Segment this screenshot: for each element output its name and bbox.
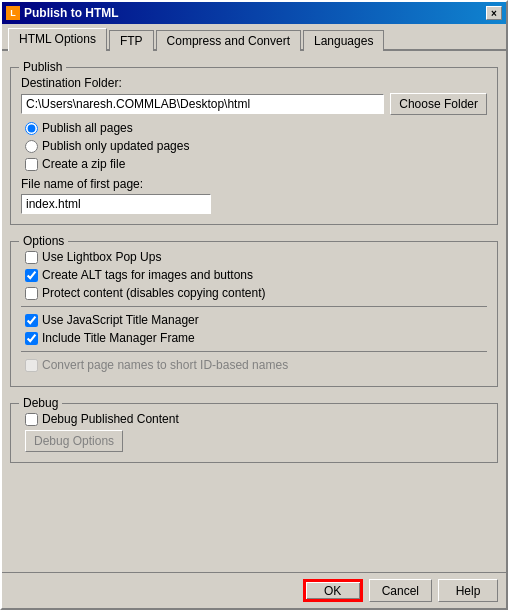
window-title: Publish to HTML [24, 6, 119, 20]
option3-checkbox[interactable] [25, 287, 38, 300]
first-page-label: File name of first page: [21, 177, 487, 191]
option5-checkbox[interactable] [25, 332, 38, 345]
debug-published-checkbox[interactable] [25, 413, 38, 426]
destination-input[interactable] [21, 94, 384, 114]
debug-published-row: Debug Published Content [25, 412, 487, 426]
main-window: L Publish to HTML × HTML Options FTP Com… [0, 0, 508, 610]
publish-group-label: Publish [19, 60, 66, 74]
title-bar-left: L Publish to HTML [6, 6, 119, 20]
radio-updated-pages-label: Publish only updated pages [42, 139, 189, 153]
option4-label: Use JavaScript Title Manager [42, 313, 199, 327]
option5-label: Include Title Manager Frame [42, 331, 195, 345]
radio-all-pages-row: Publish all pages [25, 121, 487, 135]
create-zip-checkbox[interactable] [25, 158, 38, 171]
tab-compress-convert[interactable]: Compress and Convert [156, 30, 301, 51]
tabs-bar: HTML Options FTP Compress and Convert La… [2, 24, 506, 51]
tab-languages[interactable]: Languages [303, 30, 384, 51]
options-group-label: Options [19, 234, 68, 248]
option1-checkbox[interactable] [25, 251, 38, 264]
content-area: Publish Destination Folder: Choose Folde… [2, 51, 506, 572]
first-page-input[interactable] [21, 194, 211, 214]
radio-updated-pages-row: Publish only updated pages [25, 139, 487, 153]
option2-label: Create ALT tags for images and buttons [42, 268, 253, 282]
footer: OK Cancel Help [2, 572, 506, 608]
radio-all-pages[interactable] [25, 122, 38, 135]
option3-row: Protect content (disables copying conten… [25, 286, 487, 300]
option5-row: Include Title Manager Frame [25, 331, 487, 345]
choose-folder-button[interactable]: Choose Folder [390, 93, 487, 115]
help-button[interactable]: Help [438, 579, 498, 602]
debug-options-button[interactable]: Debug Options [25, 430, 123, 452]
option2-checkbox[interactable] [25, 269, 38, 282]
separator-2 [21, 351, 487, 352]
cancel-button[interactable]: Cancel [369, 579, 432, 602]
publish-group: Publish Destination Folder: Choose Folde… [10, 67, 498, 225]
option6-label: Convert page names to short ID-based nam… [42, 358, 288, 372]
title-bar: L Publish to HTML × [2, 2, 506, 24]
radio-updated-pages[interactable] [25, 140, 38, 153]
option1-label: Use Lightbox Pop Ups [42, 250, 161, 264]
option2-row: Create ALT tags for images and buttons [25, 268, 487, 282]
create-zip-row: Create a zip file [25, 157, 487, 171]
destination-row: Choose Folder [21, 93, 487, 115]
destination-label: Destination Folder: [21, 76, 487, 90]
separator-1 [21, 306, 487, 307]
options-group: Options Use Lightbox Pop Ups Create ALT … [10, 241, 498, 387]
debug-options-row: Debug Options [25, 430, 487, 452]
debug-group-label: Debug [19, 396, 62, 410]
debug-group: Debug Debug Published Content Debug Opti… [10, 403, 498, 463]
option6-checkbox[interactable] [25, 359, 38, 372]
option4-checkbox[interactable] [25, 314, 38, 327]
option6-row: Convert page names to short ID-based nam… [25, 358, 487, 372]
close-button[interactable]: × [486, 6, 502, 20]
option1-row: Use Lightbox Pop Ups [25, 250, 487, 264]
tab-ftp[interactable]: FTP [109, 30, 154, 51]
tab-html-options[interactable]: HTML Options [8, 28, 107, 51]
radio-all-pages-label: Publish all pages [42, 121, 133, 135]
debug-published-label: Debug Published Content [42, 412, 179, 426]
create-zip-label: Create a zip file [42, 157, 125, 171]
option3-label: Protect content (disables copying conten… [42, 286, 265, 300]
ok-button[interactable]: OK [303, 579, 363, 602]
app-icon: L [6, 6, 20, 20]
option4-row: Use JavaScript Title Manager [25, 313, 487, 327]
